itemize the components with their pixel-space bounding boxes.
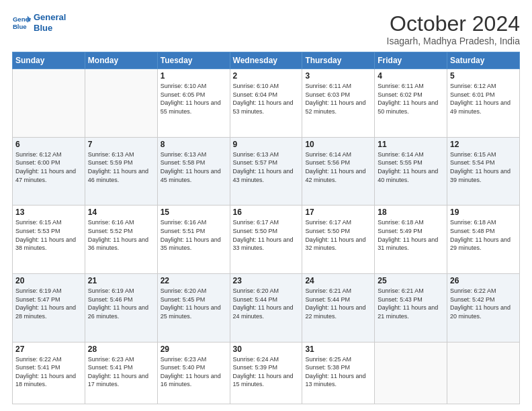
day-detail: Sunrise: 6:18 AMSunset: 5:49 PMDaylight:… — [378, 218, 444, 252]
calendar-cell: 8Sunrise: 6:13 AMSunset: 5:58 PMDaylight… — [157, 137, 230, 205]
day-detail: Sunrise: 6:11 AMSunset: 6:02 PMDaylight:… — [378, 82, 444, 116]
title-block: October 2024 Isagarh, Madhya Pradesh, In… — [387, 12, 520, 46]
col-header-monday: Monday — [85, 52, 157, 69]
logo-text-blue: Blue — [34, 23, 66, 34]
calendar-cell: 5Sunrise: 6:12 AMSunset: 6:01 PMDaylight… — [447, 69, 520, 138]
day-number: 7 — [88, 140, 154, 149]
logo-icon: General Blue — [12, 13, 31, 32]
calendar-cell: 21Sunrise: 6:19 AMSunset: 5:46 PMDayligh… — [85, 274, 157, 342]
month-title: October 2024 — [387, 12, 520, 36]
day-number: 17 — [305, 208, 371, 217]
day-detail: Sunrise: 6:19 AMSunset: 5:46 PMDaylight:… — [88, 287, 154, 320]
calendar-cell: 31Sunrise: 6:25 AMSunset: 5:38 PMDayligh… — [302, 342, 375, 404]
day-number: 4 — [378, 71, 444, 81]
day-number: 5 — [450, 71, 517, 81]
day-detail: Sunrise: 6:13 AMSunset: 5:57 PMDaylight:… — [233, 150, 300, 184]
calendar-week-row: 13Sunrise: 6:15 AMSunset: 5:53 PMDayligh… — [13, 205, 520, 274]
day-number: 12 — [450, 140, 517, 149]
day-number: 10 — [305, 140, 371, 149]
calendar-cell: 24Sunrise: 6:21 AMSunset: 5:44 PMDayligh… — [302, 274, 375, 342]
day-detail: Sunrise: 6:23 AMSunset: 5:41 PMDaylight:… — [88, 355, 154, 389]
calendar-cell: 9Sunrise: 6:13 AMSunset: 5:57 PMDaylight… — [230, 137, 302, 205]
calendar-cell: 1Sunrise: 6:10 AMSunset: 6:05 PMDaylight… — [157, 69, 230, 138]
day-number: 16 — [233, 208, 300, 217]
calendar-cell: 22Sunrise: 6:20 AMSunset: 5:45 PMDayligh… — [157, 274, 230, 342]
day-number: 1 — [161, 71, 227, 81]
day-number: 18 — [378, 208, 444, 217]
day-number: 23 — [233, 276, 300, 285]
svg-text:Blue: Blue — [13, 22, 27, 30]
day-detail: Sunrise: 6:16 AMSunset: 5:51 PMDaylight:… — [161, 218, 227, 252]
day-detail: Sunrise: 6:24 AMSunset: 5:39 PMDaylight:… — [233, 355, 300, 389]
day-detail: Sunrise: 6:12 AMSunset: 6:00 PMDaylight:… — [15, 150, 82, 184]
calendar-week-row: 27Sunrise: 6:22 AMSunset: 5:41 PMDayligh… — [13, 342, 520, 404]
day-number: 28 — [88, 345, 154, 354]
day-number: 27 — [15, 345, 82, 354]
day-detail: Sunrise: 6:12 AMSunset: 6:01 PMDaylight:… — [450, 82, 517, 116]
calendar-cell: 11Sunrise: 6:14 AMSunset: 5:55 PMDayligh… — [375, 137, 447, 205]
calendar-cell: 4Sunrise: 6:11 AMSunset: 6:02 PMDaylight… — [375, 69, 447, 138]
day-detail: Sunrise: 6:13 AMSunset: 5:58 PMDaylight:… — [161, 150, 227, 184]
calendar-cell — [13, 69, 85, 138]
calendar-cell: 7Sunrise: 6:13 AMSunset: 5:59 PMDaylight… — [85, 137, 157, 205]
page: General Blue General Blue October 2024 I… — [0, 0, 532, 411]
day-number: 19 — [450, 208, 517, 217]
calendar-cell: 25Sunrise: 6:21 AMSunset: 5:43 PMDayligh… — [375, 274, 447, 342]
calendar-cell: 29Sunrise: 6:23 AMSunset: 5:40 PMDayligh… — [157, 342, 230, 404]
calendar-cell: 18Sunrise: 6:18 AMSunset: 5:49 PMDayligh… — [375, 205, 447, 274]
col-header-thursday: Thursday — [302, 52, 375, 69]
day-detail: Sunrise: 6:11 AMSunset: 6:03 PMDaylight:… — [305, 82, 371, 116]
day-number: 8 — [161, 140, 227, 149]
calendar-cell: 17Sunrise: 6:17 AMSunset: 5:50 PMDayligh… — [302, 205, 375, 274]
calendar-cell: 15Sunrise: 6:16 AMSunset: 5:51 PMDayligh… — [157, 205, 230, 274]
day-detail: Sunrise: 6:23 AMSunset: 5:40 PMDaylight:… — [161, 355, 227, 389]
day-number: 25 — [378, 276, 444, 285]
day-number: 2 — [233, 71, 300, 81]
col-header-friday: Friday — [375, 52, 447, 69]
day-number: 9 — [233, 140, 300, 149]
calendar-cell: 16Sunrise: 6:17 AMSunset: 5:50 PMDayligh… — [230, 205, 302, 274]
calendar-cell: 19Sunrise: 6:18 AMSunset: 5:48 PMDayligh… — [447, 205, 520, 274]
calendar-cell — [85, 69, 157, 138]
day-detail: Sunrise: 6:14 AMSunset: 5:56 PMDaylight:… — [305, 150, 371, 184]
day-number: 29 — [161, 345, 227, 354]
calendar-week-row: 6Sunrise: 6:12 AMSunset: 6:00 PMDaylight… — [13, 137, 520, 205]
day-detail: Sunrise: 6:14 AMSunset: 5:55 PMDaylight:… — [378, 150, 444, 184]
day-number: 13 — [15, 208, 82, 217]
day-detail: Sunrise: 6:20 AMSunset: 5:44 PMDaylight:… — [233, 287, 300, 320]
day-detail: Sunrise: 6:21 AMSunset: 5:44 PMDaylight:… — [305, 287, 371, 320]
day-detail: Sunrise: 6:15 AMSunset: 5:54 PMDaylight:… — [450, 150, 517, 184]
day-number: 11 — [378, 140, 444, 149]
calendar-cell: 23Sunrise: 6:20 AMSunset: 5:44 PMDayligh… — [230, 274, 302, 342]
day-number: 24 — [305, 276, 371, 285]
day-detail: Sunrise: 6:15 AMSunset: 5:53 PMDaylight:… — [15, 218, 82, 252]
calendar-cell: 26Sunrise: 6:22 AMSunset: 5:42 PMDayligh… — [447, 274, 520, 342]
col-header-sunday: Sunday — [13, 52, 85, 69]
calendar-cell: 30Sunrise: 6:24 AMSunset: 5:39 PMDayligh… — [230, 342, 302, 404]
calendar-header-row: SundayMondayTuesdayWednesdayThursdayFrid… — [13, 52, 520, 69]
calendar-week-row: 1Sunrise: 6:10 AMSunset: 6:05 PMDaylight… — [13, 69, 520, 138]
day-detail: Sunrise: 6:17 AMSunset: 5:50 PMDaylight:… — [305, 218, 371, 252]
col-header-tuesday: Tuesday — [157, 52, 230, 69]
day-detail: Sunrise: 6:21 AMSunset: 5:43 PMDaylight:… — [378, 287, 444, 320]
day-detail: Sunrise: 6:20 AMSunset: 5:45 PMDaylight:… — [161, 287, 227, 320]
calendar-cell: 27Sunrise: 6:22 AMSunset: 5:41 PMDayligh… — [13, 342, 85, 404]
col-header-wednesday: Wednesday — [230, 52, 302, 69]
calendar-cell: 20Sunrise: 6:19 AMSunset: 5:47 PMDayligh… — [13, 274, 85, 342]
day-detail: Sunrise: 6:22 AMSunset: 5:41 PMDaylight:… — [15, 355, 82, 389]
day-detail: Sunrise: 6:25 AMSunset: 5:38 PMDaylight:… — [305, 355, 371, 389]
day-number: 15 — [161, 208, 227, 217]
day-number: 30 — [233, 345, 300, 354]
calendar-cell — [375, 342, 447, 404]
day-detail: Sunrise: 6:19 AMSunset: 5:47 PMDaylight:… — [15, 287, 82, 320]
day-number: 26 — [450, 276, 517, 285]
day-detail: Sunrise: 6:22 AMSunset: 5:42 PMDaylight:… — [450, 287, 517, 320]
calendar-cell: 10Sunrise: 6:14 AMSunset: 5:56 PMDayligh… — [302, 137, 375, 205]
calendar-cell: 13Sunrise: 6:15 AMSunset: 5:53 PMDayligh… — [13, 205, 85, 274]
calendar-cell — [447, 342, 520, 404]
location-subtitle: Isagarh, Madhya Pradesh, India — [387, 36, 520, 46]
day-number: 31 — [305, 345, 371, 354]
day-number: 3 — [305, 71, 371, 81]
calendar-cell: 12Sunrise: 6:15 AMSunset: 5:54 PMDayligh… — [447, 137, 520, 205]
day-number: 14 — [88, 208, 154, 217]
